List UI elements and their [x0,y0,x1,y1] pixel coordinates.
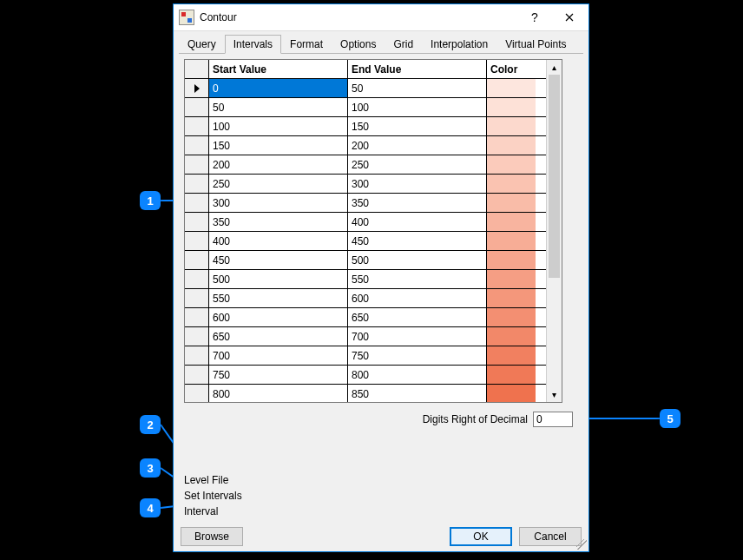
table-row[interactable]: 500550 [185,270,546,289]
scroll-track[interactable] [547,75,562,387]
row-header[interactable] [185,98,209,116]
cell-start[interactable]: 550 [209,289,348,307]
cell-end[interactable]: 450 [348,232,487,250]
table-row[interactable]: 750800 [185,366,546,385]
table-row[interactable]: 250300 [185,175,546,194]
cell-start[interactable]: 650 [209,327,348,346]
cell-color[interactable] [487,117,536,135]
cell-end[interactable]: 100 [348,98,487,116]
table-row[interactable]: 50100 [185,98,546,117]
cell-end[interactable]: 550 [348,270,487,288]
tab-virtual-points[interactable]: Virtual Points [496,35,575,53]
row-header[interactable] [185,155,209,174]
cell-end[interactable]: 350 [348,194,487,212]
cell-color[interactable] [487,194,536,212]
table-row[interactable]: 700750 [185,346,546,366]
intervals-grid[interactable]: Start ValueEnd ValueColor050501001001501… [184,59,562,403]
cell-start[interactable]: 250 [209,175,348,193]
row-header[interactable] [185,175,209,193]
level-file-link[interactable]: Level File [182,473,244,487]
grid-scrollbar[interactable]: ▴ ▾ [546,60,562,402]
cell-color[interactable] [487,251,536,269]
cell-color[interactable] [487,155,536,174]
cell-start[interactable]: 600 [209,308,348,326]
table-row[interactable]: 450500 [185,251,546,270]
tab-format[interactable]: Format [281,35,332,53]
table-row[interactable]: 150200 [185,136,546,155]
cell-color[interactable] [487,289,536,307]
tab-interpolation[interactable]: Interpolation [422,35,496,53]
row-header[interactable] [185,289,209,307]
cell-color[interactable] [487,327,536,346]
scroll-down-icon[interactable]: ▾ [547,387,562,402]
cell-start[interactable]: 300 [209,194,348,212]
cell-start[interactable]: 0 [209,79,348,97]
cell-end[interactable]: 700 [348,327,487,346]
table-row[interactable]: 050 [185,79,546,98]
resize-grip-icon[interactable] [576,539,587,550]
cell-color[interactable] [487,232,536,250]
cell-start[interactable]: 400 [209,232,348,250]
cell-start[interactable]: 350 [209,213,348,231]
cell-end[interactable]: 50 [348,79,487,97]
row-header[interactable] [185,213,209,231]
row-header[interactable] [185,117,209,135]
row-header[interactable] [185,270,209,288]
cell-end[interactable]: 300 [348,175,487,193]
cell-start[interactable]: 750 [209,366,348,384]
interval-link[interactable]: Interval [182,504,244,518]
ok-button[interactable]: OK [450,527,512,546]
tab-intervals[interactable]: Intervals [225,35,281,54]
tab-options[interactable]: Options [332,35,385,53]
cell-end[interactable]: 750 [348,346,487,365]
col-header-start[interactable]: Start Value [209,60,348,78]
cell-color[interactable] [487,98,536,116]
cell-color[interactable] [487,385,536,402]
table-row[interactable]: 800850 [185,385,546,402]
row-header[interactable] [185,385,209,402]
row-header[interactable] [185,346,209,365]
table-row[interactable]: 350400 [185,213,546,232]
table-row[interactable]: 200250 [185,155,546,175]
row-header[interactable] [185,327,209,346]
cell-start[interactable]: 800 [209,385,348,402]
cell-end[interactable]: 250 [348,155,487,174]
row-header[interactable] [185,232,209,250]
cell-color[interactable] [487,346,536,365]
table-row[interactable]: 400450 [185,232,546,251]
cell-start[interactable]: 150 [209,136,348,155]
table-row[interactable]: 650700 [185,327,546,346]
cancel-button[interactable]: Cancel [519,527,582,546]
cell-end[interactable]: 200 [348,136,487,155]
col-header-end[interactable]: End Value [348,60,487,78]
cell-end[interactable]: 800 [348,366,487,384]
row-header[interactable] [185,136,209,155]
row-header[interactable] [185,194,209,212]
cell-start[interactable]: 500 [209,270,348,288]
cell-end[interactable]: 600 [348,289,487,307]
scroll-up-icon[interactable]: ▴ [547,60,562,75]
table-row[interactable]: 100150 [185,117,546,136]
cell-start[interactable]: 100 [209,117,348,135]
tab-grid[interactable]: Grid [385,35,422,53]
table-row[interactable]: 600650 [185,308,546,327]
browse-button[interactable]: Browse [181,527,243,546]
set-intervals-link[interactable]: Set Intervals [182,489,244,503]
row-header[interactable] [185,251,209,269]
cell-end[interactable]: 850 [348,385,487,402]
cell-end[interactable]: 500 [348,251,487,269]
cell-start[interactable]: 200 [209,155,348,174]
row-header[interactable] [185,366,209,384]
digits-input[interactable] [533,412,573,427]
cell-end[interactable]: 650 [348,308,487,326]
tab-query[interactable]: Query [179,35,225,53]
cell-color[interactable] [487,366,536,384]
cell-start[interactable]: 450 [209,251,348,269]
cell-end[interactable]: 400 [348,213,487,231]
cell-color[interactable] [487,175,536,193]
scroll-thumb[interactable] [549,75,560,278]
help-button[interactable]: ? [517,5,552,30]
col-header-color[interactable]: Color [487,60,536,78]
cell-color[interactable] [487,79,536,97]
table-row[interactable]: 300350 [185,194,546,213]
